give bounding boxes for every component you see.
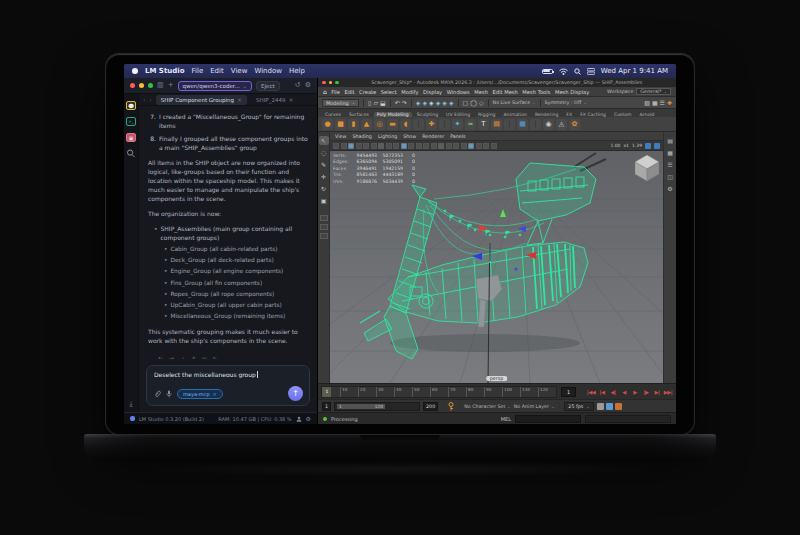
control-center-icon[interactable] — [587, 68, 595, 75]
shelf-tool-icon[interactable]: ▬ — [387, 119, 398, 130]
shelf-tab[interactable]: FX — [563, 112, 575, 117]
viewport-toggle-icon[interactable] — [408, 143, 414, 149]
range-handle[interactable]: 1 120 — [337, 404, 385, 409]
shelf-tool-icon[interactable]: ✦ — [452, 119, 463, 130]
shelf-tool-icon[interactable]: ✚ — [426, 119, 437, 130]
viewport-toggle-icon[interactable] — [438, 143, 444, 149]
close-window-button[interactable] — [130, 83, 135, 88]
transform-tool-icon[interactable]: ↖ — [319, 136, 329, 145]
mel-label[interactable]: MEL — [501, 416, 511, 422]
new-chat-plus-icon[interactable]: + — [168, 82, 174, 89]
shelf-tab[interactable]: Surfaces — [346, 112, 372, 117]
chat-input-text[interactable]: Deselect the miscellaneous group — [154, 371, 303, 378]
editor-toggle-icon[interactable]: ✚ — [667, 100, 672, 106]
playback-button[interactable]: ▶ — [630, 389, 640, 395]
no-live-surface-dropdown[interactable]: No Live Surface — [493, 100, 536, 105]
transform-tool-icon[interactable]: ◌ — [319, 148, 329, 157]
maya-menu-item[interactable]: Select — [381, 89, 397, 95]
transform-tool-icon[interactable]: ✛ — [319, 172, 329, 181]
chat-tab[interactable]: SHIP_2449 — [251, 95, 298, 105]
sidebar-panel-icon[interactable]: ▤ — [667, 137, 673, 144]
shelf-tab[interactable]: Animation — [500, 112, 529, 117]
maya-home-icon[interactable]: ⌂ — [323, 88, 327, 95]
maya-menu-item[interactable]: Modify — [401, 89, 418, 95]
viewport-aov-icon[interactable] — [654, 143, 660, 149]
timeline-ruler[interactable]: 0102030405060708090100110120 1 — [321, 386, 557, 398]
maya-menu-item[interactable]: Mesh Tools — [522, 89, 550, 95]
file-action-icon[interactable]: ⬓ — [380, 100, 386, 106]
snap-icon[interactable]: ◈ — [442, 100, 447, 106]
maya-menu-item[interactable]: Mesh — [474, 89, 488, 95]
chat-tab[interactable]: SHIP Component Grouping — [156, 95, 247, 105]
close-icon[interactable] — [237, 96, 242, 103]
maya-menu-item[interactable]: Windows — [447, 89, 470, 95]
shelf-tab[interactable]: Arnold — [637, 112, 658, 117]
viewport-toggle-icon[interactable] — [461, 143, 467, 149]
shelf-tool-icon[interactable]: T — [478, 119, 489, 130]
anim-pref-icon[interactable] — [615, 403, 622, 410]
developer-tab-icon[interactable]: >_ — [126, 117, 136, 126]
maya-menu-item[interactable]: Display — [423, 89, 442, 95]
viewport-toggle-icon[interactable] — [431, 143, 437, 149]
shelf-tool-icon[interactable]: ≈ — [465, 119, 476, 130]
selection-mask-icon[interactable]: ◇ — [479, 100, 484, 106]
viewport-menu-item[interactable]: Renderer — [422, 134, 444, 139]
range-end-field[interactable]: 200 — [423, 402, 438, 411]
mcp-plugin-pill[interactable]: maya-mcp — [177, 389, 223, 399]
menubar-menu-item[interactable]: File — [191, 67, 203, 75]
shelf-tab[interactable]: Curves — [322, 112, 344, 117]
microphone-icon[interactable] — [166, 390, 172, 398]
viewport-toggle-icon[interactable] — [356, 143, 362, 149]
shelf-tab[interactable]: Sculpting — [414, 112, 441, 117]
editor-toggle-icon[interactable]: ☰ — [660, 100, 665, 106]
symmetry-dropdown[interactable]: Symmetry : Off — [545, 100, 587, 105]
viewport-toggle-icon[interactable] — [483, 143, 489, 149]
sidebar-panel-icon[interactable]: ☰ — [667, 161, 672, 168]
shelf-tool-icon[interactable]: ▲ — [361, 119, 372, 130]
snap-icon[interactable]: ◈ — [422, 100, 427, 106]
playback-button[interactable]: ▶| — [652, 389, 662, 395]
editor-toggle-icon[interactable]: ▦ — [652, 100, 658, 106]
close-icon[interactable] — [288, 96, 293, 103]
zoom-window-button[interactable] — [335, 81, 339, 85]
playback-button[interactable]: |◀◀ — [586, 389, 596, 395]
shelf-tab[interactable]: Rendering — [532, 112, 561, 117]
viewport-value[interactable]: x1 — [623, 143, 629, 148]
sidebar-toggle-icon[interactable]: ▥ — [157, 82, 164, 89]
user-icon[interactable] — [296, 416, 302, 422]
shelf-tab[interactable]: Custom — [611, 112, 635, 117]
discover-search-icon[interactable] — [126, 149, 136, 158]
viewport-toggle-icon[interactable] — [446, 143, 452, 149]
maya-menu-item[interactable]: Create — [359, 89, 376, 95]
viewport-value[interactable]: 1.00 — [610, 143, 620, 148]
viewport-toggle-icon[interactable] — [491, 143, 497, 149]
anim-pref-icon[interactable] — [597, 403, 604, 410]
shelf-tool-icon[interactable]: | — [530, 119, 541, 130]
range-start-field[interactable]: 1 — [322, 402, 331, 411]
shelf-tool-icon[interactable]: ▮ — [348, 119, 359, 130]
viewport-menu-item[interactable]: Panels — [450, 134, 465, 139]
maya-menu-item[interactable]: Edit — [345, 89, 355, 95]
viewport-toggle-icon[interactable] — [423, 143, 429, 149]
menubar-app-name[interactable]: LM Studio — [145, 67, 184, 75]
shelf-tool-icon[interactable]: | — [413, 119, 424, 130]
minimize-window-button[interactable] — [329, 81, 333, 85]
chat-tab-icon[interactable]: 💬 — [126, 101, 136, 110]
zoom-window-button[interactable] — [148, 83, 153, 88]
shelf-tab[interactable]: UV Editing — [443, 112, 473, 117]
viewport-toggle-icon[interactable] — [333, 143, 339, 149]
snap-icon[interactable]: ◈ — [449, 100, 454, 106]
nav-back-icon[interactable]: ‹ — [143, 96, 145, 103]
chat-transcript[interactable]: 7. I created a "Miscellaneous_Group" for… — [139, 106, 317, 359]
viewport-menu-item[interactable]: Lighting — [378, 134, 397, 139]
anim-layer-dropdown[interactable]: No Anim Layer — [514, 404, 555, 409]
shelf-tool-icon[interactable]: ◬ — [556, 119, 567, 130]
viewport-toggle-icon[interactable] — [401, 143, 407, 149]
anim-pref-icon[interactable] — [606, 403, 613, 410]
viewport-toggle-icon[interactable] — [476, 143, 482, 149]
snap-icon[interactable]: ◈ — [429, 100, 434, 106]
character-set-dropdown[interactable]: No Character Set — [464, 404, 511, 409]
shelf-tool-icon[interactable]: ◎ — [374, 119, 385, 130]
viewport-value[interactable]: 1.39 — [632, 143, 642, 148]
sidebar-panel-icon[interactable]: ▦ — [667, 149, 673, 156]
